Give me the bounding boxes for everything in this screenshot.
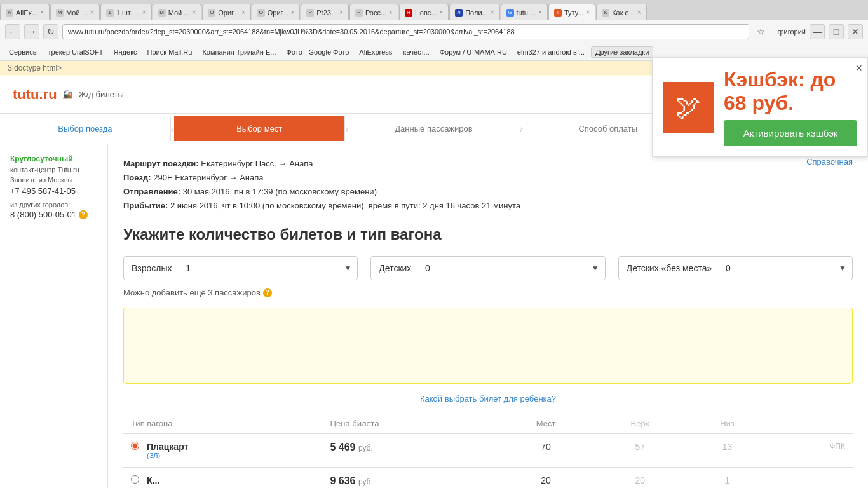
sidebar-phone2: 8 (800) 500-05-01 ? bbox=[10, 210, 97, 219]
minimize-button[interactable]: — bbox=[810, 24, 825, 39]
tab-favicon-tutu-active: T bbox=[554, 9, 562, 17]
help-link[interactable]: Справочная bbox=[806, 157, 853, 166]
infant-dropdown[interactable]: Детских «без места» — 0Детских «без мест… bbox=[618, 256, 853, 280]
tab-close-ross[interactable]: × bbox=[389, 9, 393, 16]
wagon-table: Тип вагона Цена билета Мест Верх Низ bbox=[123, 414, 853, 488]
train-line: Поезд: 290Е Екатеринбург → Анапа bbox=[123, 171, 853, 185]
tab-ross[interactable]: Р Росс... × bbox=[349, 4, 398, 20]
refresh-button[interactable]: ↻ bbox=[43, 24, 58, 39]
wagon-name-cell-1: Плацкарт (ЗЛ) bbox=[123, 434, 322, 468]
tab-moy2[interactable]: М Мой ... × bbox=[153, 4, 202, 20]
url-bar[interactable] bbox=[62, 24, 749, 39]
step-choose-seats[interactable]: Выбор мест bbox=[174, 116, 345, 141]
bookmark-servisy[interactable]: Сервисы bbox=[5, 47, 42, 57]
tab-tutu-active[interactable]: T Туту... × bbox=[548, 4, 595, 20]
children-dropdown[interactable]: Детских — 0Детских — 1Детских — 2 bbox=[370, 256, 605, 280]
wagon-down-2: 1 bbox=[687, 468, 768, 488]
col-up: Верх bbox=[593, 414, 687, 434]
sidebar-support-label: Круглосуточный bbox=[10, 154, 97, 163]
tab-favicon-moy1: М bbox=[56, 9, 64, 17]
wagon-radio-2[interactable] bbox=[131, 475, 139, 484]
wagon-code-2 bbox=[768, 468, 853, 488]
tab-poli[interactable]: Л Поли... × bbox=[449, 4, 499, 20]
tab-close-tutu-g[interactable]: × bbox=[538, 9, 542, 16]
ad-logo-area: 🕊 bbox=[663, 82, 714, 133]
bookmark-treker[interactable]: трекер UralSOFT bbox=[44, 47, 107, 57]
tab-orig2[interactable]: О Ориг... × bbox=[252, 4, 301, 20]
tab-close-kako[interactable]: × bbox=[637, 9, 641, 16]
tab-orig1[interactable]: О Ориг... × bbox=[202, 4, 251, 20]
departure-value: 30 мая 2016, пн в 17:39 (по московскому … bbox=[183, 187, 377, 196]
tab-close-tutu-active[interactable]: × bbox=[586, 9, 590, 16]
wagon-label-1[interactable]: Плацкарт (ЗЛ) bbox=[131, 442, 315, 459]
tab-close-orig2[interactable]: × bbox=[290, 9, 294, 16]
bookmark-umama[interactable]: Форум / U-MAMA.RU bbox=[436, 47, 511, 57]
tab-close-orig1[interactable]: × bbox=[241, 9, 245, 16]
step-passenger-data-label: Данные пассажиров bbox=[395, 124, 472, 133]
bookmark-elm327[interactable]: elm327 и android в ... bbox=[513, 47, 588, 57]
phone-help-icon[interactable]: ? bbox=[79, 210, 88, 219]
sidebar-phone-label: Звоните из Москвы: bbox=[10, 176, 97, 184]
tab-aliex[interactable]: A AliEx... × bbox=[0, 4, 50, 20]
bookmark-google-photo[interactable]: Фото - Google Фото bbox=[283, 47, 353, 57]
ad-cashback-text: Кэшбэк: до 68 руб. bbox=[724, 68, 857, 115]
bookmark-other[interactable]: Другие закладки bbox=[591, 46, 653, 58]
tab-close-aliex[interactable]: × bbox=[40, 9, 44, 16]
maximize-button[interactable]: □ bbox=[829, 24, 844, 39]
step-passenger-data[interactable]: Данные пассажиров bbox=[349, 116, 520, 141]
sidebar-other-cities-label: из других городов: bbox=[10, 201, 97, 208]
arrival-line: Прибытие: 2 июня 2016, чт в 10:00 (по мо… bbox=[123, 199, 853, 213]
wagon-price-1: 5 469 руб. bbox=[322, 434, 498, 468]
step-choose-train-label: Выбор поезда bbox=[58, 124, 112, 133]
wagon-table-header: Тип вагона Цена билета Мест Верх Низ bbox=[123, 414, 853, 434]
bookmark-star-icon[interactable]: ☆ bbox=[753, 24, 768, 39]
step-payment-label: Способ оплаты bbox=[578, 124, 637, 133]
close-button[interactable]: ✕ bbox=[848, 24, 863, 39]
tab-favicon-1sht: 1 bbox=[106, 9, 114, 17]
bookmark-yandex[interactable]: Яндекс bbox=[110, 47, 141, 57]
bookmark-trilayn[interactable]: Компания Трилайн Е... bbox=[198, 47, 280, 57]
tab-close-moy1[interactable]: × bbox=[90, 9, 94, 16]
forward-button[interactable]: → bbox=[24, 24, 39, 39]
wagon-radio-1[interactable] bbox=[131, 442, 139, 450]
wagon-name-cell-2: К... bbox=[123, 468, 322, 488]
ad-activate-button[interactable]: Активировать кэшбэк bbox=[724, 120, 857, 146]
tab-kako[interactable]: К Как о... × bbox=[596, 4, 647, 20]
wagon-row-1[interactable]: Плацкарт (ЗЛ) 5 469 руб. 70 57 bbox=[123, 434, 853, 468]
tab-pt23[interactable]: P Pt23... × bbox=[301, 4, 349, 20]
adults-dropdown[interactable]: Взрослых — 1Взрослых — 2Взрослых — 3Взро… bbox=[123, 256, 358, 280]
tab-moy1[interactable]: М Мой ... × bbox=[50, 4, 100, 20]
bookmark-aliexpress[interactable]: AliExpress — качест... bbox=[355, 47, 433, 57]
tab-close-pt23[interactable]: × bbox=[339, 9, 343, 16]
back-button[interactable]: ← bbox=[5, 24, 20, 39]
wagon-sub-1: (ЗЛ) bbox=[147, 452, 188, 459]
child-ticket-link[interactable]: Какой выбрать билет для ребёнка? bbox=[420, 394, 556, 403]
ad-bird-icon: 🕊 bbox=[675, 93, 701, 121]
nav-icons: ☆ bbox=[753, 24, 768, 39]
wagon-label-2[interactable]: К... bbox=[131, 475, 315, 485]
tab-close-moy2[interactable]: × bbox=[192, 9, 196, 16]
wagon-up-1: 57 bbox=[593, 434, 687, 468]
bookmark-mailru[interactable]: Поиск Mail.Ru bbox=[144, 47, 196, 57]
rail-icon: 🚂 bbox=[62, 90, 72, 99]
notice-text: $!doctype html> bbox=[8, 64, 62, 72]
tab-close-novs[interactable]: × bbox=[439, 9, 443, 16]
tab-close-1sht[interactable]: × bbox=[142, 9, 146, 16]
ad-close-button[interactable]: × bbox=[855, 62, 862, 75]
wagon-up-2: 20 bbox=[593, 468, 687, 488]
tab-favicon-orig1: О bbox=[208, 9, 215, 17]
ad-banner: × 🕊 Кэшбэк: до 68 руб. Активировать кэшб… bbox=[652, 57, 868, 157]
tab-novs[interactable]: Н Новс... × bbox=[399, 4, 449, 20]
tab-favicon-ross: Р bbox=[355, 9, 363, 17]
step-choose-train[interactable]: Выбор поезда bbox=[0, 116, 171, 141]
tab-tutu-g[interactable]: G tutu ... × bbox=[501, 4, 548, 20]
logo-text[interactable]: tutu.ru bbox=[13, 86, 57, 103]
tab-close-poli[interactable]: × bbox=[491, 9, 494, 16]
wagon-row-2[interactable]: К... 9 636 руб. 20 20 1 bbox=[123, 468, 853, 488]
content-area: Справочная Маршрут поездки: Екатеринбург… bbox=[108, 144, 868, 488]
departure-line: Отправление: 30 мая 2016, пн в 17:39 (по… bbox=[123, 185, 853, 199]
passenger-help-icon[interactable]: ? bbox=[263, 288, 272, 297]
route-line: Маршрут поездки: Екатеринбург Пасс. → Ан… bbox=[123, 157, 853, 171]
tab-1sht[interactable]: 1 1 шт. ... × bbox=[100, 4, 152, 20]
tab-favicon-tutu-g: G bbox=[506, 9, 514, 17]
